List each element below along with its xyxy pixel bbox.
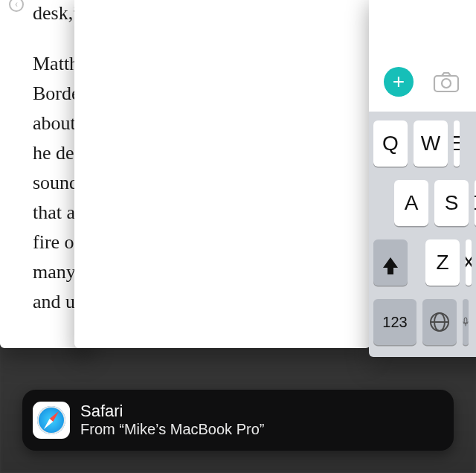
key-q[interactable]: Q — [373, 120, 408, 167]
globe-icon — [430, 312, 449, 332]
key-z[interactable]: Z — [425, 239, 460, 286]
plus-icon: + — [393, 70, 405, 94]
key-mic[interactable] — [463, 299, 469, 345]
key-s[interactable]: S — [434, 180, 469, 226]
svg-point-1 — [442, 79, 451, 88]
mic-icon — [463, 312, 469, 332]
key-e[interactable]: E — [454, 120, 460, 167]
safari-icon — [37, 406, 65, 434]
camera-button[interactable] — [430, 67, 463, 97]
back-icon[interactable]: ‹ — [9, 0, 24, 12]
shift-icon — [383, 257, 398, 268]
messaging-input-area: + — [369, 0, 476, 112]
svg-rect-2 — [464, 318, 467, 323]
handoff-banner[interactable]: Safari From “Mike’s MacBook Pro” — [22, 390, 454, 451]
handoff-app-icon — [33, 402, 70, 439]
key-numbers[interactable]: 123 — [373, 299, 416, 345]
key-w[interactable]: W — [414, 120, 448, 167]
handoff-subtitle: From “Mike’s MacBook Pro” — [80, 421, 264, 438]
messaging-app-card[interactable]: + Q W E A S D Z X 123 — [369, 0, 476, 357]
add-button[interactable]: + — [384, 67, 414, 97]
key-a[interactable]: A — [394, 180, 428, 226]
handoff-text: Safari From “Mike’s MacBook Pro” — [80, 402, 264, 437]
camera-icon — [433, 71, 460, 93]
key-x[interactable]: X — [466, 239, 472, 286]
blank-app-card[interactable] — [74, 0, 370, 348]
key-shift[interactable] — [373, 239, 408, 286]
key-globe[interactable] — [422, 299, 457, 345]
handoff-app-name: Safari — [80, 402, 264, 420]
keyboard: Q W E A S D Z X 123 — [369, 112, 476, 357]
